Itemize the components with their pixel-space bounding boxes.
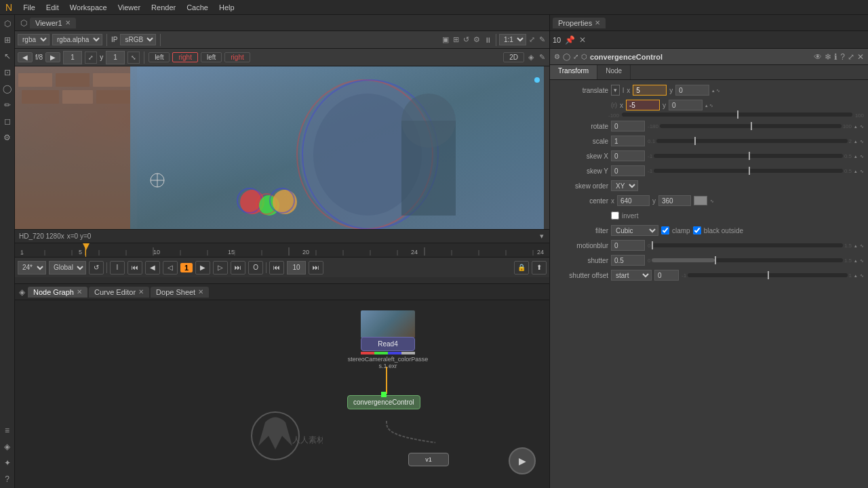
skew-order-select[interactable]: XYXZYXYZZXZY bbox=[611, 180, 638, 191]
translate-x-input[interactable] bbox=[633, 85, 667, 96]
invert-checkbox[interactable] bbox=[611, 211, 619, 220]
mark-out-btn[interactable]: O bbox=[248, 261, 263, 274]
rotate-arrow-btn[interactable]: ▴ bbox=[854, 124, 857, 129]
node-close-btn[interactable]: ✕ bbox=[857, 52, 864, 62]
sidebar-icon-grid[interactable]: ⊞ bbox=[1, 34, 14, 46]
node-info-btn[interactable]: ℹ bbox=[834, 52, 837, 62]
sidebar-icon-help[interactable]: ? bbox=[1, 473, 14, 485]
frame-prev-btn[interactable]: ◀ bbox=[18, 52, 33, 62]
sidebar-icon-viewer[interactable]: ⬡ bbox=[1, 18, 14, 30]
node-tab-transform[interactable]: Transform bbox=[550, 65, 597, 79]
layer-select[interactable]: rgba.alpha bbox=[52, 34, 102, 45]
skew-y-input[interactable] bbox=[611, 165, 645, 176]
frame-next-btn[interactable]: ▶ bbox=[45, 52, 60, 62]
scale-arrow-btn[interactable]: ▴ bbox=[854, 139, 857, 144]
tab-node-graph[interactable]: Node Graph ✕ bbox=[28, 287, 87, 298]
viewer-icon-pause[interactable]: ⏸ bbox=[483, 36, 493, 44]
menu-file[interactable]: File bbox=[23, 3, 35, 12]
center-x-input[interactable] bbox=[617, 195, 650, 206]
node-expand-btn[interactable]: ⤢ bbox=[848, 52, 854, 62]
sidebar-icon-select[interactable]: ⊡ bbox=[1, 66, 14, 79]
fps-select[interactable]: 24* bbox=[18, 261, 46, 274]
translate-ry-input[interactable] bbox=[669, 100, 703, 110]
end-frame-input[interactable] bbox=[287, 261, 306, 274]
sidebar-icon-eraser[interactable]: ◻ bbox=[1, 115, 14, 127]
node-tab-node[interactable]: Node bbox=[597, 65, 631, 79]
viewer-tab[interactable]: Viewer1 ✕ bbox=[30, 18, 76, 28]
translate-slider-track[interactable] bbox=[622, 113, 852, 117]
scale-input[interactable] bbox=[611, 136, 645, 146]
shutter-input[interactable] bbox=[611, 255, 645, 266]
stereo-left1-btn[interactable]: left bbox=[149, 52, 170, 62]
center-y-input[interactable] bbox=[658, 195, 691, 206]
menu-workspace[interactable]: Workspace bbox=[70, 3, 107, 12]
center-wave-btn[interactable]: ∿ bbox=[710, 199, 714, 203]
mb-wave-btn[interactable]: ∿ bbox=[860, 243, 864, 248]
node-box-viewer[interactable]: v1 bbox=[408, 453, 449, 466]
clamp-checkbox[interactable] bbox=[661, 226, 669, 235]
filter-select[interactable]: CubicLinearKeysSimon bbox=[611, 225, 658, 236]
colorspace-select[interactable]: sRGB bbox=[120, 34, 156, 45]
sidebar-icon-nodes[interactable]: ◈ bbox=[1, 441, 14, 453]
y-icon[interactable]: ⤡ bbox=[127, 52, 140, 64]
step-back-btn[interactable]: ◁ bbox=[163, 261, 178, 274]
menu-help[interactable]: Help bbox=[219, 3, 235, 12]
so-slider-track[interactable] bbox=[688, 273, 847, 277]
node-vis-btn[interactable]: 👁 bbox=[814, 52, 822, 62]
skewx-wave-btn[interactable]: ∿ bbox=[860, 154, 864, 159]
motionblur-slider-track[interactable] bbox=[652, 243, 842, 247]
shutter-wave-btn[interactable]: ∿ bbox=[860, 258, 864, 263]
channel-select[interactable]: rgba bbox=[18, 34, 50, 45]
view-icon-extra1[interactable]: ◈ bbox=[527, 53, 535, 62]
status-icon-down[interactable]: ▾ bbox=[538, 232, 545, 240]
menu-edit[interactable]: Edit bbox=[46, 3, 59, 12]
next-frame-btn[interactable]: ▷ bbox=[213, 261, 228, 274]
skip-end-btn[interactable]: ⏭ bbox=[231, 261, 245, 274]
props-pin-btn[interactable]: 📌 bbox=[565, 35, 575, 45]
translate-rx-input[interactable] bbox=[626, 100, 660, 110]
skewy-arrow-btn[interactable]: ▴ bbox=[854, 169, 857, 174]
skew-x-input[interactable] bbox=[611, 150, 645, 161]
stereo-right1-btn[interactable]: right bbox=[172, 52, 197, 62]
scale-wave-btn[interactable]: ∿ bbox=[860, 139, 864, 144]
translate-arrow-up[interactable]: ▴ bbox=[712, 88, 715, 93]
translate-r-wave-btn[interactable]: ∿ bbox=[709, 103, 713, 108]
menu-cache[interactable]: Cache bbox=[186, 3, 208, 12]
sidebar-icon-layers[interactable]: ≡ bbox=[1, 424, 14, 436]
properties-tab-close[interactable]: ✕ bbox=[595, 19, 600, 26]
viewer-icon-expand[interactable]: ⤢ bbox=[528, 35, 536, 44]
so-arrow-btn[interactable]: ▴ bbox=[854, 273, 857, 278]
view-icon-extra2[interactable]: ✎ bbox=[538, 53, 547, 62]
translate-wave-btn[interactable]: ∿ bbox=[716, 88, 720, 93]
node-help-btn[interactable]: ? bbox=[840, 52, 845, 62]
node-freeze-btn[interactable]: ❄ bbox=[825, 52, 831, 62]
mb-arrow-btn[interactable]: ▴ bbox=[854, 243, 857, 248]
export-btn[interactable]: ⬆ bbox=[532, 261, 547, 274]
menu-viewer[interactable]: Viewer bbox=[118, 3, 140, 12]
node-read4[interactable]: Read4 stereoCameraleft_colorPasses.1.exr bbox=[347, 310, 429, 369]
zoom-select[interactable]: 1:1 bbox=[499, 34, 526, 45]
translate-expand-btn[interactable]: ▾ bbox=[611, 85, 620, 96]
lock-btn[interactable]: 🔒 bbox=[514, 261, 529, 274]
frame-icon[interactable]: ⤢ bbox=[85, 52, 97, 64]
stereo-left2-btn[interactable]: left bbox=[201, 52, 222, 62]
skip-start-btn[interactable]: ⏮ bbox=[127, 261, 142, 274]
viewer-tab-close-icon[interactable]: ✕ bbox=[65, 19, 71, 26]
viewer-icon-grid[interactable]: ⊞ bbox=[452, 35, 460, 44]
viewer-icon-refresh[interactable]: ↺ bbox=[462, 35, 471, 44]
prev-keyframe-btn[interactable]: ⏮ bbox=[269, 261, 284, 274]
props-x-btn[interactable]: ✕ bbox=[579, 35, 586, 45]
so-wave-btn[interactable]: ∿ bbox=[860, 273, 864, 278]
play-btn[interactable]: ▶ bbox=[195, 261, 210, 274]
tab-dope-sheet[interactable]: Dope Sheet ✕ bbox=[151, 287, 209, 298]
node-convergence[interactable]: convergenceControl bbox=[347, 395, 420, 409]
sidebar-icon-brush[interactable]: ✏ bbox=[1, 99, 14, 111]
shutter-offset-select[interactable]: startcentredendcustom bbox=[611, 270, 652, 281]
mark-in-btn[interactable]: I bbox=[110, 261, 125, 274]
menu-render[interactable]: Render bbox=[151, 3, 176, 12]
motionblur-input[interactable] bbox=[611, 240, 645, 251]
shutter-slider-track[interactable] bbox=[652, 258, 842, 262]
viewer-icon-cog[interactable]: ⚙ bbox=[472, 35, 481, 44]
skewy-slider-track[interactable] bbox=[654, 169, 843, 173]
skewy-wave-btn[interactable]: ∿ bbox=[860, 169, 864, 174]
